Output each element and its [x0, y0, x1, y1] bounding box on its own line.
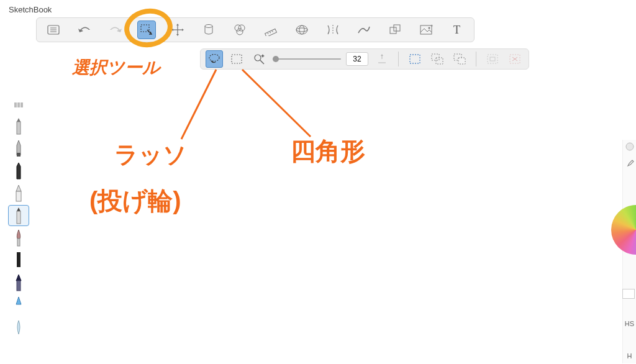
- svg-point-11: [205, 25, 212, 28]
- svg-rect-59: [17, 281, 20, 291]
- svg-marker-9: [171, 29, 173, 31]
- brush-ink-icon[interactable]: [8, 272, 29, 293]
- subtract-selection-icon[interactable]: [451, 50, 468, 68]
- eyedropper-icon[interactable]: [625, 158, 634, 168]
- svg-rect-46: [14, 102, 17, 107]
- svg-rect-48: [20, 102, 23, 107]
- svg-rect-24: [394, 25, 400, 31]
- undo-icon[interactable]: [75, 20, 94, 39]
- svg-line-32: [260, 60, 264, 64]
- app-title: SketchBook: [9, 5, 52, 14]
- magic-wand-icon[interactable]: [250, 50, 268, 68]
- svg-point-19: [296, 25, 307, 34]
- annotation-rect-label: 四角形: [291, 134, 365, 168]
- svg-line-18: [272, 30, 273, 32]
- history-label: H: [627, 352, 632, 360]
- symmetry-x-icon[interactable]: [324, 20, 342, 39]
- svg-rect-50: [17, 122, 20, 134]
- svg-line-16: [268, 33, 269, 34]
- tolerance-slider[interactable]: [273, 58, 341, 60]
- invert-selection-icon[interactable]: [484, 50, 501, 68]
- svg-marker-58: [16, 275, 21, 281]
- svg-marker-34: [381, 54, 383, 56]
- transform-icon[interactable]: [168, 20, 187, 39]
- svg-rect-56: [17, 239, 20, 246]
- svg-rect-53: [16, 191, 21, 201]
- redo-icon[interactable]: [106, 20, 125, 39]
- svg-marker-49: [17, 118, 20, 122]
- svg-marker-60: [16, 297, 21, 304]
- rectangle-select-icon[interactable]: [228, 50, 245, 68]
- svg-line-62: [181, 70, 216, 139]
- separator: [398, 52, 399, 66]
- annotation-lasso-sub: (投げ輪): [89, 184, 181, 218]
- svg-point-61: [626, 143, 634, 150]
- fill-icon[interactable]: [199, 20, 218, 39]
- deselect-icon[interactable]: [506, 50, 524, 68]
- svg-rect-51: [17, 153, 20, 157]
- brush-felt-icon[interactable]: [8, 250, 29, 271]
- selection-sub-toolbar: [200, 48, 529, 70]
- svg-point-20: [296, 28, 307, 32]
- svg-text:T: T: [453, 24, 460, 35]
- palette-toggle-icon[interactable]: [8, 99, 29, 111]
- brush-paint-icon[interactable]: [8, 294, 29, 316]
- svg-point-14: [237, 29, 243, 35]
- image-icon[interactable]: +: [417, 20, 435, 39]
- svg-point-21: [299, 25, 304, 34]
- stroke-stabilizer-icon[interactable]: [355, 20, 373, 39]
- guides-icon[interactable]: [230, 20, 249, 39]
- svg-rect-41: [488, 55, 497, 63]
- svg-marker-10: [182, 29, 184, 31]
- svg-rect-15: [265, 29, 277, 36]
- shapes-icon[interactable]: [386, 20, 404, 39]
- color-mode-label[interactable]: HS: [625, 320, 634, 327]
- svg-line-63: [242, 70, 311, 137]
- annotation-lasso-label: ラッソ: [114, 139, 187, 171]
- perspective-icon[interactable]: [293, 20, 311, 39]
- lasso-select-icon[interactable]: [206, 50, 223, 68]
- brush-pencil-icon[interactable]: [8, 116, 29, 137]
- svg-rect-42: [490, 57, 495, 61]
- selection-tool-icon[interactable]: [137, 20, 156, 39]
- brush-marker-icon[interactable]: [8, 160, 29, 181]
- ruler-icon[interactable]: [261, 20, 280, 39]
- svg-rect-23: [390, 27, 396, 34]
- menu-icon[interactable]: [44, 20, 63, 39]
- svg-rect-55: [17, 211, 20, 224]
- nudge-icon[interactable]: [373, 50, 391, 68]
- color-wheel[interactable]: [611, 205, 636, 255]
- svg-rect-36: [410, 55, 420, 63]
- annotation-line-rect: [236, 67, 323, 142]
- separator: [476, 52, 476, 66]
- tolerance-input[interactable]: [346, 52, 368, 66]
- brush-smudge-icon[interactable]: [8, 317, 29, 338]
- brush-chisel-icon[interactable]: [8, 183, 29, 204]
- color-puck-icon[interactable]: [625, 142, 634, 152]
- svg-rect-40: [458, 58, 465, 64]
- brush-brush-icon[interactable]: [8, 227, 29, 248]
- svg-point-31: [255, 55, 261, 61]
- svg-line-17: [270, 32, 271, 33]
- svg-marker-54: [17, 207, 20, 211]
- annotation-selection-label: 選択ツール: [72, 56, 160, 80]
- brush-airbrush-icon[interactable]: [8, 138, 29, 159]
- svg-marker-7: [176, 24, 179, 25]
- svg-text:+: +: [430, 24, 433, 29]
- annotation-line-lasso: [178, 67, 234, 142]
- svg-point-29: [209, 55, 219, 61]
- add-selection-icon[interactable]: [429, 50, 446, 68]
- brush-palette: [0, 97, 37, 342]
- svg-marker-8: [176, 34, 179, 36]
- svg-rect-38: [436, 58, 443, 64]
- svg-point-13: [238, 25, 245, 31]
- svg-rect-57: [17, 252, 20, 267]
- svg-rect-47: [17, 102, 20, 107]
- svg-rect-37: [432, 54, 439, 60]
- current-color-swatch[interactable]: [622, 289, 635, 299]
- main-toolbar: + T: [36, 17, 475, 42]
- replace-selection-icon[interactable]: [406, 50, 424, 68]
- brush-ballpoint-icon[interactable]: [8, 205, 29, 226]
- svg-rect-30: [232, 55, 242, 63]
- text-tool-icon[interactable]: T: [448, 20, 466, 39]
